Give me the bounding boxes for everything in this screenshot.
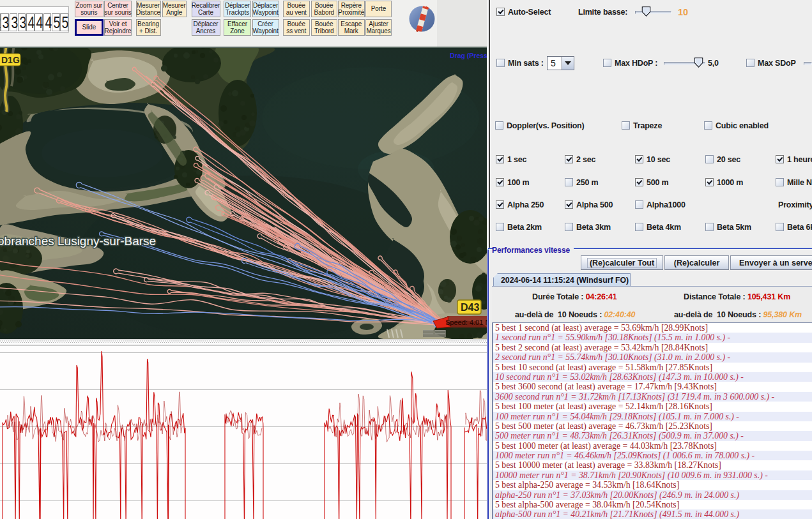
svg-text:obranches Lusigny-sur-Barse: obranches Lusigny-sur-Barse — [0, 234, 156, 248]
svg-text:Drag (Press: Drag (Press — [450, 52, 487, 59]
svg-text:D1G: D1G — [1, 55, 20, 65]
svg-text:Speed: 4.01 N: Speed: 4.01 N — [445, 319, 487, 326]
svg-text:D43: D43 — [461, 302, 479, 313]
